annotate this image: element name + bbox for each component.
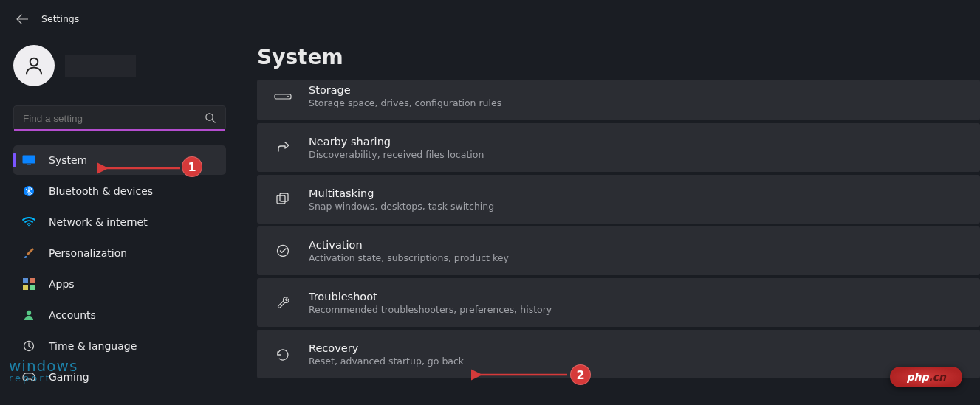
sidebar-item-label: Apps [49,278,75,290]
sidebar-item-personalization[interactable]: Personalization [13,238,226,268]
sidebar-item-label: Network & internet [49,216,148,228]
svg-rect-14 [277,195,285,204]
sidebar-item-apps[interactable]: Apps [13,269,226,299]
card-sub: Storage space, drives, configuration rul… [309,97,501,108]
card-title: Storage [309,84,501,96]
svg-rect-2 [23,156,35,164]
profile-name-redacted [65,55,136,77]
brush-icon [22,246,35,260]
card-sub: Snap windows, desktops, task switching [309,201,494,212]
card-nearby-sharing[interactable]: Nearby sharing Discoverability, received… [257,123,980,172]
card-title: Troubleshoot [309,291,552,302]
sidebar-nav: System Bluetooth & devices Network & int… [13,145,226,392]
wrench-icon [273,295,292,310]
svg-rect-7 [30,278,35,283]
svg-rect-9 [30,285,35,290]
svg-point-1 [206,114,213,120]
window-title: Settings [41,13,79,24]
card-title: Nearby sharing [309,136,484,148]
card-title: Activation [309,239,509,251]
bluetooth-icon [22,184,35,198]
card-sub: Reset, advanced startup, go back [309,356,464,367]
svg-rect-15 [280,193,288,201]
sidebar-item-label: Bluetooth & devices [49,185,153,197]
card-storage[interactable]: Storage Storage space, drives, configura… [257,80,980,120]
check-circle-icon [273,243,292,258]
svg-rect-3 [27,165,31,165]
card-title: Recovery [309,342,464,354]
settings-card-list: Storage Storage space, drives, configura… [257,80,980,378]
sidebar-item-label: Accounts [49,309,96,321]
card-troubleshoot[interactable]: Troubleshoot Recommended troubleshooters… [257,278,980,327]
recovery-icon [273,347,292,361]
main-content: System Storage Storage space, drives, co… [236,32,980,392]
card-recovery[interactable]: Recovery Reset, advanced startup, go bac… [257,330,980,378]
share-icon [273,140,292,155]
sidebar-item-accounts[interactable]: Accounts [13,300,226,330]
sidebar-item-label: Time & language [49,340,137,352]
search-icon [205,112,216,124]
svg-point-5 [28,225,30,226]
storage-icon [273,91,292,103]
search-input[interactable] [23,113,205,124]
sidebar-item-label: Personalization [49,247,127,259]
search-input-wrap[interactable] [13,105,226,131]
sidebar-item-system[interactable]: System [13,145,226,175]
sidebar-item-time-language[interactable]: Time & language [13,331,226,361]
avatar [13,45,55,86]
svg-point-0 [30,58,38,66]
profile-block[interactable] [13,45,226,86]
desktop-icon [22,153,35,167]
sidebar: System Bluetooth & devices Network & int… [0,32,236,392]
svg-point-10 [27,311,31,315]
clock-icon [22,339,35,353]
watermark-windows-report: windows report [9,359,78,383]
sidebar-item-bluetooth[interactable]: Bluetooth & devices [13,176,226,206]
card-sub: Recommended troubleshooters, preferences… [309,304,552,315]
grid-icon [22,277,35,291]
card-sub: Discoverability, received files location [309,149,484,160]
svg-rect-6 [23,278,28,283]
back-icon[interactable] [16,14,28,24]
sidebar-item-label: System [49,154,87,166]
multitask-icon [273,192,292,207]
php-badge: php.cn [890,367,962,387]
card-sub: Activation state, subscriptions, product… [309,252,509,263]
card-activation[interactable]: Activation Activation state, subscriptio… [257,226,980,275]
card-title: Multitasking [309,187,494,199]
page-title: System [257,45,980,69]
card-multitasking[interactable]: Multitasking Snap windows, desktops, tas… [257,175,980,224]
wifi-icon [22,215,35,229]
svg-rect-8 [23,285,28,290]
sidebar-item-network[interactable]: Network & internet [13,207,226,237]
person-icon [22,308,35,322]
svg-point-13 [287,96,289,97]
